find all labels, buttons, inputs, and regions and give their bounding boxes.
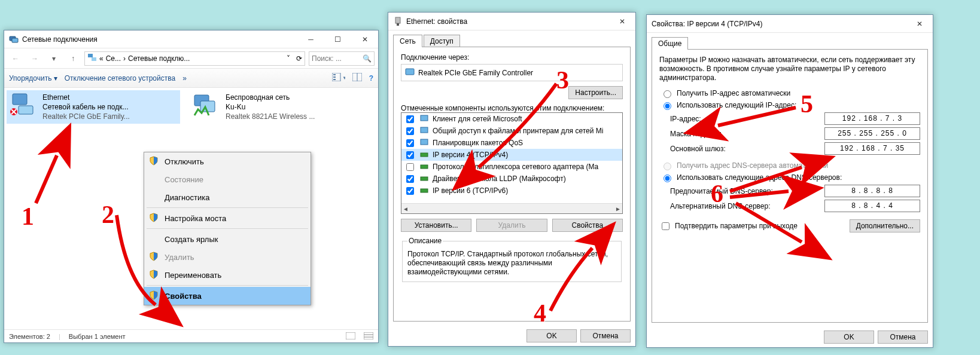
menu-separator [147,228,308,229]
component-checkbox[interactable] [406,115,414,123]
svg-rect-1 [12,38,18,42]
note-text: Параметры IP можно назначать автоматичес… [659,56,920,82]
description-legend: Описание [407,237,443,245]
titlebar[interactable]: Свойства: IP версии 4 (TCP/IPv4) ✕ [647,15,933,33]
search-input[interactable]: Поиск: ... 🔍 [309,51,375,66]
tab-access[interactable]: Доступ [424,35,460,47]
dns-preferred-field[interactable]: 8 . 8 . 8 . 8 [824,185,920,197]
titlebar[interactable]: Сетевые подключения ─ ☐ ✕ [4,30,378,48]
protocol-icon [419,185,429,197]
adapter-box: Realtek PCIe GbE Family Controller [401,64,623,81]
ok-button[interactable]: OK [824,330,874,344]
nav-forward-button[interactable]: → [27,51,42,66]
svg-rect-31 [421,189,428,192]
maximize-button[interactable]: ☐ [324,30,351,48]
install-button[interactable]: Установить... [401,219,471,232]
status-item-count: Элементов: 2 [9,333,50,340]
cmd-more-icon[interactable]: » [182,74,187,82]
connection-wifi[interactable]: Беспроводная сеть Ku-Ku Realtek 8821AE W… [190,90,363,124]
close-button[interactable]: ✕ [906,15,933,32]
cancel-button[interactable]: Отмена [580,329,631,342]
service-icon [419,137,429,149]
remove-button[interactable]: Удалить [476,219,547,232]
component-checkbox[interactable] [406,175,414,183]
command-bar: Упорядочить ▾ Отключение сетевого устрой… [4,69,378,88]
service-icon [419,126,429,137]
menu-diagnostics[interactable]: Диагностика [144,188,311,206]
breadcrumb-sep: « [99,54,104,63]
connection-adapter: Realtek PCIe GbE Family... [42,112,130,121]
radio-auto-ip[interactable]: Получить IP-адрес автоматически [661,88,919,98]
tab-general[interactable]: Общие [652,37,688,50]
svg-rect-26 [421,127,428,133]
menu-separator [147,207,308,208]
wifi-icon [192,93,221,117]
component-checkbox[interactable] [406,151,414,159]
help-icon[interactable]: ? [369,74,373,82]
nav-history-button[interactable]: ▾ [46,51,62,66]
ok-button[interactable]: OK [526,329,577,342]
view-tiles-icon[interactable] [346,332,355,341]
ethernet-icon [9,93,38,117]
ip-address-field[interactable]: 192 . 168 . 7 . 3 [824,112,920,125]
dns1-label: Предпочитаемый DNS-сервер: [670,187,818,195]
view-details-button[interactable] [352,73,362,83]
menu-shortcut[interactable]: Создать ярлык [144,230,311,248]
radio-manual-ip[interactable]: Использовать следующий IP-адрес: [661,100,919,110]
breadcrumb-sep: › [123,54,126,63]
gateway-field[interactable]: 192 . 168 . 7 . 35 [824,142,920,155]
close-button[interactable]: ✕ [351,30,378,48]
svg-rect-5 [333,74,336,75]
component-checkbox[interactable] [406,139,414,147]
svg-rect-30 [421,177,428,180]
configure-button[interactable]: Настроить... [568,86,623,99]
view-layout-button[interactable]: ▼ [332,73,345,83]
component-checkbox[interactable] [406,127,414,135]
subnet-mask-field[interactable]: 255 . 255 . 255 . 0 [824,127,920,140]
refresh-icon[interactable]: ⟳ [296,54,302,63]
nav-up-button[interactable]: ↑ [65,51,81,66]
svg-rect-7 [333,79,336,80]
radio-manual-dns[interactable]: Использовать следующие адреса DNS-сервер… [661,173,919,182]
network-adapter-icon [405,67,415,78]
close-button[interactable]: ✕ [608,13,635,30]
breadcrumb-parent[interactable]: Се... [106,54,121,63]
horizontal-scrollbar[interactable]: ◄► [401,203,622,213]
address-bar[interactable]: « Се... › Сетевые подклю... ˅ ⟳ [84,51,305,66]
svg-rect-23 [397,23,399,26]
minimize-button[interactable]: ─ [297,30,324,48]
advanced-button[interactable]: Дополнительно... [850,219,920,232]
menu-status[interactable]: Состояние [144,170,311,188]
cancel-button[interactable]: Отмена [878,330,928,344]
menu-rename[interactable]: Переименовать [144,266,311,284]
window-title: Свойства: IP версии 4 (TCP/IPv4) [652,20,906,28]
menu-delete[interactable]: Удалить [144,248,311,266]
dns2-label: Альтернативный DNS-сервер: [670,202,818,210]
cmd-disable-device[interactable]: Отключение сетевого устройства [65,74,175,82]
view-list-icon[interactable] [364,332,373,341]
properties-button[interactable]: Свойства [552,219,623,232]
svg-rect-11 [13,94,27,105]
components-listbox[interactable]: Клиент для сетей Microsoft Общий доступ … [401,112,623,214]
connection-ethernet[interactable]: Ethernet Сетевой кабель не подк... Realt… [7,90,180,124]
dns-alternate-field[interactable]: 8 . 8 . 4 . 4 [824,200,920,212]
breadcrumb-current[interactable]: Сетевые подклю... [128,54,190,63]
menu-disable[interactable]: Отключить [144,152,311,170]
menu-bridge[interactable]: Настройка моста [144,209,311,227]
tab-network[interactable]: Сеть [393,35,422,47]
gateway-label: Основной шлюз: [670,145,818,153]
list-item: IP версии 6 (TCP/IPv6) [401,185,622,197]
titlebar[interactable]: Ethernet: свойства ✕ [388,13,635,30]
nav-bar: ← → ▾ ↑ « Се... › Сетевые подклю... ˅ ⟳ … [4,48,378,69]
validate-checkbox[interactable] [662,222,669,230]
connection-name: Беспроводная сеть [226,93,315,102]
cmd-organize[interactable]: Упорядочить ▾ [9,74,57,82]
component-checkbox[interactable] [406,187,414,195]
nav-back-button[interactable]: ← [8,51,23,66]
svg-rect-18 [346,332,355,339]
list-item: Клиент для сетей Microsoft [401,113,622,125]
component-checkbox[interactable] [406,163,414,171]
menu-properties[interactable]: Свойства [144,287,311,305]
breadcrumb-dropdown-icon[interactable]: ˅ [287,54,290,63]
search-icon: 🔍 [363,54,372,63]
